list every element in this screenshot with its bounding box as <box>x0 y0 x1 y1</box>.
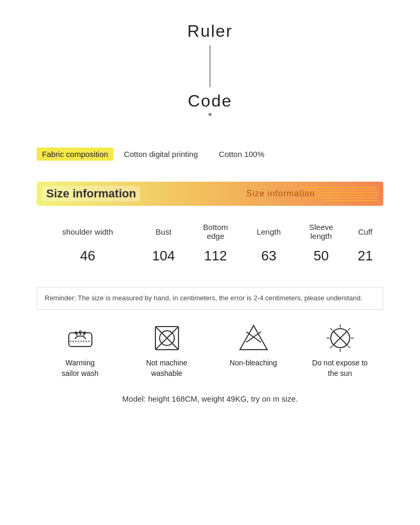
col-shoulder: shoulder width <box>37 218 139 243</box>
no-bleach-icon <box>238 322 269 354</box>
care-no-machine: Not machinewashable <box>133 322 201 379</box>
reminder-text: Reminder: The size is measured by hand, … <box>37 287 383 310</box>
size-table-header-row: shoulder width Bust Bottomedge Length Sl… <box>37 218 383 243</box>
size-section: Size information Size information should… <box>37 182 383 266</box>
svg-line-21 <box>348 346 350 348</box>
fabric-section: Fabric composition Cotton digital printi… <box>37 148 383 161</box>
fabric-content: Cotton 100% <box>219 150 265 159</box>
size-table-value-row: 46 104 112 63 50 21 <box>37 243 383 266</box>
no-sun-icon <box>324 322 356 354</box>
title-bar <box>209 45 211 87</box>
val-bottom: 112 <box>188 243 243 266</box>
svg-line-22 <box>348 328 350 330</box>
val-length: 63 <box>243 243 295 266</box>
col-sleeve: Sleevelength <box>295 218 348 243</box>
col-cuff: Cuff <box>348 218 383 243</box>
size-label-right: Size information <box>246 189 315 198</box>
val-bust: 104 <box>139 243 188 266</box>
val-cuff: 21 <box>348 243 383 266</box>
size-label: Size information <box>42 186 140 202</box>
care-section: Warmingsailor wash Not machinewashable <box>37 322 383 379</box>
warm-wash-icon <box>65 322 96 354</box>
svg-line-23 <box>330 346 332 348</box>
col-bust: Bust <box>139 218 188 243</box>
svg-line-20 <box>330 328 332 330</box>
care-no-sun-label: Do not expose tothe sun <box>312 358 368 379</box>
care-warm-wash-label: Warmingsailor wash <box>61 358 98 379</box>
val-shoulder: 46 <box>37 243 139 266</box>
no-machine-wash-icon <box>151 322 183 354</box>
fabric-label: Fabric composition <box>37 148 113 161</box>
title-line2: Code <box>188 91 233 111</box>
fabric-type: Cotton digital printing <box>124 150 198 159</box>
val-sleeve: 50 <box>295 243 348 266</box>
care-no-machine-label: Not machinewashable <box>146 358 187 379</box>
model-text: Model: height 168CM, weight 49KG, try on… <box>122 394 298 403</box>
model-info: Model: height 168CM, weight 49KG, try on… <box>37 394 383 403</box>
care-no-sun: Do not expose tothe sun <box>306 322 374 379</box>
size-header-bar: Size information Size information <box>37 182 383 206</box>
care-warm-wash: Warmingsailor wash <box>46 322 114 379</box>
title-dot <box>208 113 212 116</box>
col-bottom: Bottomedge <box>188 218 243 243</box>
care-no-bleach: Non-bleaching <box>219 322 288 369</box>
size-table: shoulder width Bust Bottomedge Length Sl… <box>37 218 383 266</box>
col-length: Length <box>243 218 295 243</box>
title-line1: Ruler <box>187 21 233 41</box>
care-no-bleach-label: Non-bleaching <box>229 358 277 369</box>
title-section: Ruler Code <box>37 21 383 116</box>
reminder-section: Reminder: The size is measured by hand, … <box>37 287 383 310</box>
